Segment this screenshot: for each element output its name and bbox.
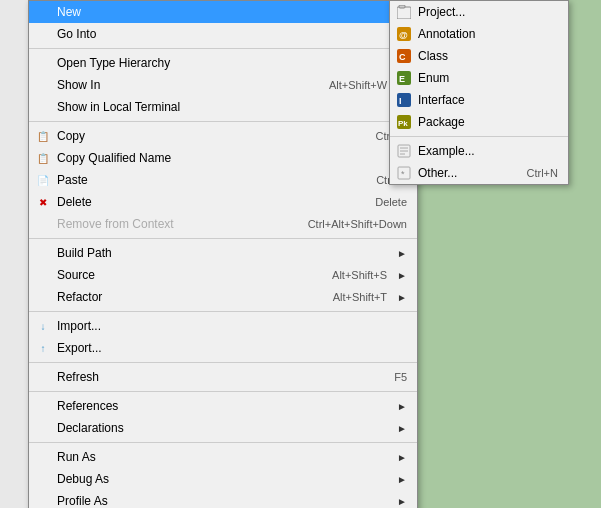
separator-4	[29, 311, 417, 312]
menu-item-refactor-label: Refactor	[57, 290, 303, 304]
other-icon: *	[396, 165, 412, 181]
submenu-item-other-shortcut: Ctrl+N	[527, 167, 558, 179]
submenu-item-package-label: Package	[418, 115, 558, 129]
svg-text:C: C	[399, 52, 406, 62]
project-icon	[396, 4, 412, 20]
svg-text:Pk: Pk	[398, 119, 408, 128]
menu-item-profile-as[interactable]: Profile As ►	[29, 490, 417, 508]
class-icon: C	[396, 48, 412, 64]
import-icon: ↓	[35, 318, 51, 334]
menu-item-go-into-label: Go Into	[57, 27, 407, 41]
menu-item-show-in[interactable]: Show In Alt+Shift+W ►	[29, 74, 417, 96]
svg-rect-1	[399, 5, 405, 8]
menu-item-declarations-label: Declarations	[57, 421, 387, 435]
submenu-new: Project... @ Annotation C Class E Enum	[389, 0, 569, 185]
menu-item-refresh[interactable]: Refresh F5	[29, 366, 417, 388]
submenu-arrow-bp: ►	[397, 248, 407, 259]
interface-icon: I	[396, 92, 412, 108]
submenu-arrow-source: ►	[397, 270, 407, 281]
submenu-item-class[interactable]: C Class	[390, 45, 568, 67]
submenu-item-enum-label: Enum	[418, 71, 558, 85]
submenu-item-other-label: Other...	[418, 166, 497, 180]
submenu-item-interface[interactable]: I Interface	[390, 89, 568, 111]
menu-item-copy-qualified[interactable]: 📋 Copy Qualified Name	[29, 147, 417, 169]
menu-item-debug-as-label: Debug As	[57, 472, 387, 486]
menu-item-source[interactable]: Source Alt+Shift+S ►	[29, 264, 417, 286]
menu-item-source-shortcut: Alt+Shift+S	[332, 269, 387, 281]
svg-text:@: @	[399, 30, 408, 40]
copy-qualified-icon: 📋	[35, 150, 51, 166]
menu-item-references[interactable]: References ►	[29, 395, 417, 417]
menu-item-refresh-label: Refresh	[57, 370, 364, 384]
menu-item-show-in-label: Show In	[57, 78, 299, 92]
submenu-item-project[interactable]: Project...	[390, 1, 568, 23]
svg-rect-0	[397, 7, 411, 19]
submenu-arrow-references: ►	[397, 401, 407, 412]
menu-item-export-label: Export...	[57, 341, 407, 355]
menu-item-rfc-label: Remove from Context	[57, 217, 278, 231]
annotation-icon: @	[396, 26, 412, 42]
submenu-item-class-label: Class	[418, 49, 558, 63]
menu-item-import[interactable]: ↓ Import...	[29, 315, 417, 337]
submenu-item-example-label: Example...	[418, 144, 558, 158]
menu-item-declarations[interactable]: Declarations ►	[29, 417, 417, 439]
menu-item-references-label: References	[57, 399, 387, 413]
menu-item-copy[interactable]: 📋 Copy Ctrl+C	[29, 125, 417, 147]
submenu-arrow-declarations: ►	[397, 423, 407, 434]
menu-item-export[interactable]: ↑ Export...	[29, 337, 417, 359]
submenu-arrow-debug-as: ►	[397, 474, 407, 485]
svg-text:*: *	[401, 169, 405, 179]
menu-item-run-as-label: Run As	[57, 450, 387, 464]
menu-item-refactor-shortcut: Alt+Shift+T	[333, 291, 387, 303]
submenu-arrow-refactor: ►	[397, 292, 407, 303]
menu-item-show-in-local-terminal[interactable]: Show in Local Terminal ►	[29, 96, 417, 118]
menu-item-go-into[interactable]: Go Into	[29, 23, 417, 45]
copy-icon: 📋	[35, 128, 51, 144]
paste-icon: 📄	[35, 172, 51, 188]
separator-1	[29, 48, 417, 49]
menu-item-remove-from-context: Remove from Context Ctrl+Alt+Shift+Down	[29, 213, 417, 235]
submenu-item-package[interactable]: Pk Package	[390, 111, 568, 133]
submenu-item-other[interactable]: * Other... Ctrl+N	[390, 162, 568, 184]
menu-item-refresh-shortcut: F5	[394, 371, 407, 383]
menu-item-oth-label: Open Type Hierarchy	[57, 56, 364, 70]
menu-item-profile-as-label: Profile As	[57, 494, 387, 508]
svg-text:E: E	[399, 74, 405, 84]
enum-icon: E	[396, 70, 412, 86]
submenu-arrow-profile-as: ►	[397, 496, 407, 507]
menu-item-rfc-shortcut: Ctrl+Alt+Shift+Down	[308, 218, 407, 230]
submenu-item-example[interactable]: Example...	[390, 140, 568, 162]
submenu-item-annotation-label: Annotation	[418, 27, 558, 41]
separator-3	[29, 238, 417, 239]
separator-5	[29, 362, 417, 363]
menu-item-new-label: New	[57, 5, 387, 19]
ide-left-panel	[0, 0, 30, 508]
menu-item-delete-shortcut: Delete	[375, 196, 407, 208]
menu-item-debug-as[interactable]: Debug As ►	[29, 468, 417, 490]
menu-item-delete-label: Delete	[57, 195, 345, 209]
submenu-item-project-label: Project...	[418, 5, 558, 19]
separator-7	[29, 442, 417, 443]
menu-item-open-type-hierarchy[interactable]: Open Type Hierarchy F4	[29, 52, 417, 74]
menu-item-build-path[interactable]: Build Path ►	[29, 242, 417, 264]
menu-item-show-in-shortcut: Alt+Shift+W	[329, 79, 387, 91]
submenu-item-interface-label: Interface	[418, 93, 558, 107]
separator-2	[29, 121, 417, 122]
menu-item-paste-label: Paste	[57, 173, 346, 187]
menu-item-paste[interactable]: 📄 Paste Ctrl+V	[29, 169, 417, 191]
menu-item-refactor[interactable]: Refactor Alt+Shift+T ►	[29, 286, 417, 308]
menu-item-delete[interactable]: ✖ Delete Delete	[29, 191, 417, 213]
submenu-item-annotation[interactable]: @ Annotation	[390, 23, 568, 45]
submenu-separator-1	[390, 136, 568, 137]
context-menu: New ► Go Into Open Type Hierarchy F4 Sho…	[28, 0, 418, 508]
delete-icon: ✖	[35, 194, 51, 210]
menu-item-run-as[interactable]: Run As ►	[29, 446, 417, 468]
menu-item-new[interactable]: New ►	[29, 1, 417, 23]
submenu-arrow-run-as: ►	[397, 452, 407, 463]
menu-item-copy-qualified-label: Copy Qualified Name	[57, 151, 407, 165]
menu-item-import-label: Import...	[57, 319, 407, 333]
submenu-item-enum[interactable]: E Enum	[390, 67, 568, 89]
menu-item-copy-label: Copy	[57, 129, 346, 143]
menu-item-silt-label: Show in Local Terminal	[57, 100, 387, 114]
svg-text:I: I	[399, 96, 402, 106]
